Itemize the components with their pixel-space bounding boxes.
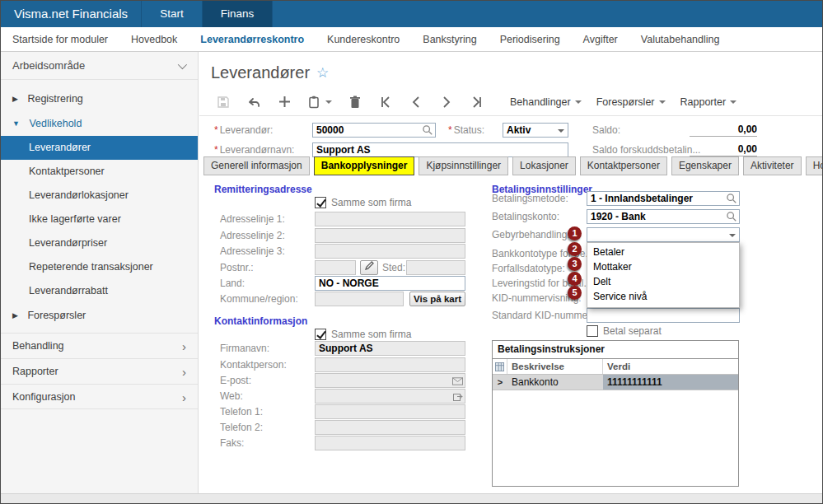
status-field-row: *Status: bbox=[448, 124, 484, 139]
dropdown-option-betaler[interactable]: Betaler bbox=[587, 245, 739, 259]
tab-generell-informasjon[interactable]: Generell informasjon bbox=[203, 156, 310, 175]
sidebar-item-repeterende-transaksjoner[interactable]: Repeterende transaksjoner bbox=[1, 255, 198, 279]
nav-item-bankstyring[interactable]: Bankstyring bbox=[411, 34, 488, 45]
sidebar-item-leverandorrabatt[interactable]: Leverandørrabatt bbox=[1, 279, 198, 303]
remit-same-as-company[interactable]: Samme som firma bbox=[315, 197, 411, 211]
copy-paste-button[interactable] bbox=[302, 92, 337, 112]
sidebar-item-leverandorer[interactable]: Leverandører bbox=[1, 136, 198, 160]
tab-egenskaper[interactable]: Egenskaper bbox=[671, 156, 739, 175]
checkbox-unchecked-icon[interactable] bbox=[587, 325, 598, 337]
nav-item-valutabehandling[interactable]: Valutabehandling bbox=[629, 34, 732, 45]
betalingskonto-input[interactable]: 1920 - Bank bbox=[587, 209, 740, 224]
sidebar-group-foresporsler[interactable]: ▶ Forespørsler bbox=[1, 303, 198, 328]
sidebar-group-registrering[interactable]: ▶ Registrering bbox=[1, 86, 198, 111]
delete-button[interactable] bbox=[343, 92, 367, 112]
betal-separat-checkbox-row[interactable]: Betal separat bbox=[587, 325, 662, 339]
telefon2-label: Telefon 2: bbox=[220, 422, 263, 433]
sidebar-item-rapporter[interactable]: Rapporter › bbox=[1, 358, 198, 384]
sidebar-item-behandling[interactable]: Behandling › bbox=[1, 333, 198, 358]
menu-rapporter[interactable]: Rapporter bbox=[680, 96, 737, 108]
tab-aktiviteter[interactable]: Aktiviteter bbox=[743, 156, 802, 175]
table-title: Betalingsinstruksjoner bbox=[493, 341, 738, 359]
go-next-button[interactable] bbox=[434, 92, 459, 112]
menu-tab-start[interactable]: Start bbox=[142, 1, 203, 27]
nav-item-kundereskontro[interactable]: Kundereskontro bbox=[316, 34, 411, 45]
sidebar-item-kontaktpersoner[interactable]: Kontaktpersoner bbox=[1, 160, 198, 184]
nav-item-leverandorreskontro[interactable]: Leverandørreskontro bbox=[189, 34, 316, 45]
dropdown-option-mottaker[interactable]: Mottaker bbox=[587, 259, 739, 274]
tab-hovedbokskontoer[interactable]: Hovedbokskontoer bbox=[806, 156, 823, 175]
sidebar-group-label: Vedlikehold bbox=[29, 118, 82, 129]
dropdown-option-delt[interactable]: Delt bbox=[587, 274, 739, 289]
nav-item-periodisering[interactable]: Periodisering bbox=[489, 34, 572, 45]
postnr-edit-button[interactable] bbox=[360, 260, 378, 275]
kommune-label: Kommune/region: bbox=[220, 293, 298, 305]
column-settings-icon[interactable] bbox=[493, 359, 507, 374]
tab-kontaktpersoner[interactable]: Kontaktpersoner bbox=[580, 156, 667, 175]
saldo-label: Saldo: bbox=[592, 124, 620, 139]
vis-pa-kart-button[interactable]: Vis på kart bbox=[409, 292, 465, 306]
betalingskonto-value: 1920 - Bank bbox=[591, 211, 646, 222]
annotation-badge-3: 3 bbox=[568, 257, 582, 271]
required-marker: * bbox=[448, 124, 452, 136]
go-previous-button[interactable] bbox=[404, 92, 428, 112]
add-button[interactable] bbox=[272, 92, 297, 112]
table-row[interactable]: > Bankkonto 11111111111 bbox=[493, 375, 738, 390]
telefon2-input bbox=[315, 420, 465, 435]
nav-item-hovedbok[interactable]: Hovedbok bbox=[119, 34, 189, 45]
main-content: Leverandører☆ bbox=[199, 52, 822, 493]
menu-label: Forespørsler bbox=[596, 96, 655, 108]
status-select[interactable]: Aktiv bbox=[503, 123, 568, 138]
menu-behandlinger[interactable]: Behandlinger bbox=[510, 96, 582, 108]
sidebar-header[interactable]: Arbeidsområde bbox=[1, 52, 198, 80]
standard-kid-input[interactable] bbox=[587, 308, 740, 323]
checkbox-checked-icon[interactable] bbox=[315, 197, 326, 208]
sidebar-group-label: Registrering bbox=[27, 93, 82, 105]
caret-down-icon bbox=[729, 234, 736, 237]
tab-bankopplysninger[interactable]: Bankopplysninger bbox=[314, 156, 415, 175]
favorite-star-icon[interactable]: ☆ bbox=[316, 65, 329, 81]
table-header-row: Beskrivelse Verdi bbox=[493, 359, 738, 375]
external-link-icon bbox=[453, 391, 463, 404]
tab-lokasjoner[interactable]: Lokasjoner bbox=[512, 156, 576, 175]
record-toolbar: Behandlinger Forespørsler Rapporter bbox=[199, 88, 822, 116]
undo-button[interactable] bbox=[241, 92, 266, 112]
sidebar-item-leverandorlokasjoner[interactable]: Leverandørlokasjoner bbox=[1, 184, 198, 208]
search-icon[interactable] bbox=[726, 193, 737, 208]
search-icon[interactable] bbox=[726, 211, 737, 226]
betalingsmetode-value: 1 - Innlandsbetalinger bbox=[591, 193, 693, 204]
betalingsmetode-input[interactable]: 1 - Innlandsbetalinger bbox=[587, 191, 740, 206]
search-icon[interactable] bbox=[422, 124, 433, 139]
go-first-button[interactable] bbox=[373, 92, 398, 112]
menu-foresporsler[interactable]: Forespørsler bbox=[596, 96, 666, 108]
adresselinje2-label: Adresselinje 2: bbox=[220, 230, 285, 241]
dropdown-option-service-niva[interactable]: Service nivå bbox=[587, 289, 739, 304]
nav-item-avgifter[interactable]: Avgifter bbox=[572, 34, 629, 45]
column-header-beskrivelse[interactable]: Beskrivelse bbox=[507, 359, 603, 374]
payment-settings-column: Betalingsinnstillinger Betalingsmetode: … bbox=[492, 184, 741, 488]
go-last-button[interactable] bbox=[465, 92, 489, 112]
land-input[interactable]: NO - NORGE bbox=[315, 276, 465, 291]
module-nav: Startside for moduler Hovedbok Leverandø… bbox=[1, 27, 822, 52]
tab-kjopsinnstillinger[interactable]: Kjøpsinnstillinger bbox=[419, 156, 508, 175]
cell-verdi[interactable]: 11111111111 bbox=[603, 375, 738, 390]
column-header-verdi[interactable]: Verdi bbox=[603, 359, 738, 375]
leverandornavn-input[interactable]: Support AS bbox=[312, 142, 568, 157]
gebyrbehandling-label: Gebyrbehandling: bbox=[492, 229, 570, 240]
leverandor-field-row: *Leverandør: bbox=[214, 124, 273, 139]
sidebar-item-leverandorpriser[interactable]: Leverandørpriser bbox=[1, 231, 198, 255]
sidebar-item-konfigurasjon[interactable]: Konfigurasjon › bbox=[1, 384, 198, 409]
checkbox-checked-icon[interactable] bbox=[315, 329, 326, 340]
adresselinje1-input bbox=[315, 212, 465, 226]
leverandor-input[interactable]: 50000 bbox=[312, 123, 436, 138]
sidebar-group-vedlikehold[interactable]: ▼ Vedlikehold bbox=[1, 111, 198, 136]
cell-beskrivelse[interactable]: Bankkonto bbox=[507, 375, 603, 390]
nav-item-startside[interactable]: Startside for moduler bbox=[1, 34, 119, 45]
undo-icon bbox=[247, 96, 261, 108]
save-button[interactable] bbox=[211, 92, 236, 112]
plus-icon bbox=[278, 96, 291, 108]
sidebar-item-ikke-lagerforte-varer[interactable]: Ikke lagerførte varer bbox=[1, 208, 198, 231]
gebyrbehandling-combobox[interactable] bbox=[587, 227, 740, 242]
triangle-right-icon: ▶ bbox=[12, 311, 18, 320]
menu-tab-finans[interactable]: Finans bbox=[203, 1, 274, 27]
